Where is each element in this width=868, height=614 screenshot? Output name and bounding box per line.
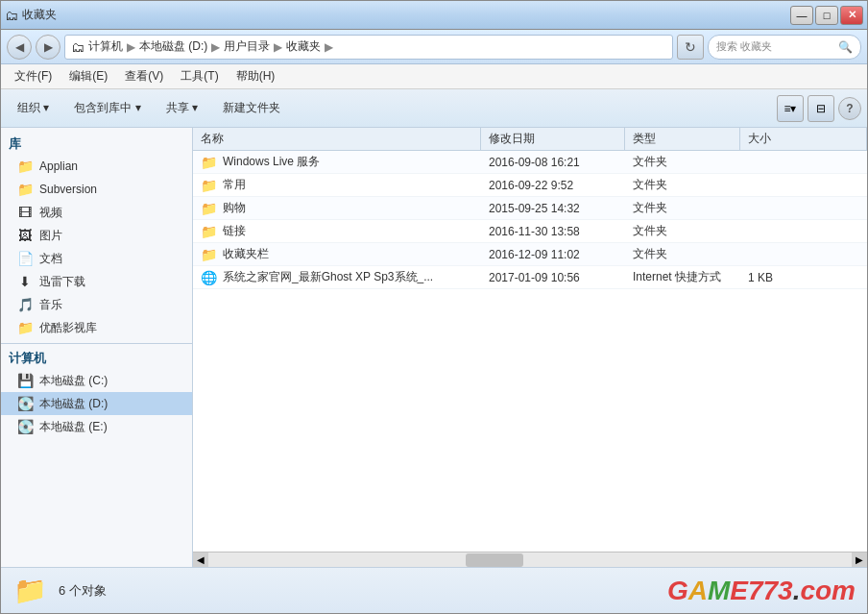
new-folder-label: 新建文件夹	[223, 100, 280, 116]
doc-icon: 📄	[16, 250, 34, 267]
watermark-a: A	[688, 576, 708, 605]
sidebar-item-applian[interactable]: 📁 Applian	[1, 155, 192, 178]
sidebar-label-subversion: Subversion	[39, 183, 97, 196]
maximize-button[interactable]: □	[815, 6, 838, 25]
file-type-cell: 文件夹	[625, 246, 740, 262]
search-icon[interactable]: 🔍	[838, 40, 853, 54]
sidebar-section-computer: 计算机 💾 本地磁盘 (C:) 💽 本地磁盘 (D:) 💽 本地磁盘 (E:)	[1, 346, 192, 438]
file-row[interactable]: 📁 常用 2016-09-22 9:52 文件夹	[193, 174, 867, 197]
sidebar-item-video[interactable]: 🎞 视频	[1, 201, 192, 224]
h-scroll-left-button[interactable]: ◀	[193, 553, 208, 568]
menu-edit[interactable]: 编辑(E)	[61, 66, 115, 86]
sidebar-divider	[1, 343, 192, 344]
address-path[interactable]: 🗂 计算机 ▶ 本地磁盘 (D:) ▶ 用户目录 ▶ 收藏夹 ▶	[64, 35, 673, 60]
watermark-num: 773	[748, 576, 793, 605]
folder-icon: 📁	[16, 158, 34, 175]
path-part-3[interactable]: 用户目录	[224, 38, 270, 55]
view-options-button[interactable]: ≡▾	[777, 95, 804, 122]
sidebar-label-drive-d: 本地磁盘 (D:)	[39, 396, 108, 412]
path-part-4[interactable]: 收藏夹	[286, 38, 321, 55]
menu-help[interactable]: 帮助(H)	[229, 66, 283, 86]
share-button[interactable]: 共享 ▾	[156, 93, 208, 124]
sidebar-label-music: 音乐	[39, 297, 62, 313]
window-icon: 🗂	[5, 8, 18, 23]
share-label: 共享 ▾	[166, 100, 198, 116]
sidebar-label-video: 视频	[39, 205, 62, 221]
music-icon: 🎵	[16, 296, 34, 313]
close-button[interactable]: ✕	[840, 6, 863, 25]
sidebar-section-computer-title: 计算机	[1, 346, 192, 369]
path-part-2[interactable]: 本地磁盘 (D:)	[139, 38, 207, 55]
file-row[interactable]: 📁 收藏夹栏 2016-12-09 11:02 文件夹	[193, 243, 867, 266]
folder-icon: 📁	[201, 155, 217, 170]
title-bar: 🗂 收藏夹 — □ ✕	[1, 1, 867, 30]
sidebar-label-drive-e: 本地磁盘 (E:)	[39, 419, 108, 435]
help-button[interactable]: ?	[838, 97, 861, 120]
organize-button[interactable]: 组织 ▾	[7, 93, 60, 124]
col-header-size[interactable]: 大小	[740, 128, 867, 150]
picture-icon: 🖼	[16, 227, 34, 244]
sep-3: ▶	[274, 40, 282, 54]
back-button[interactable]: ◀	[7, 35, 32, 60]
sidebar-item-youku[interactable]: 📁 优酷影视库	[1, 316, 192, 339]
include-label: 包含到库中 ▾	[74, 100, 140, 116]
file-row[interactable]: 📁 链接 2016-11-30 13:58 文件夹	[193, 220, 867, 243]
file-name: 购物	[223, 200, 246, 216]
file-name-cell: 📁 链接	[193, 223, 481, 239]
sidebar-item-drive-c[interactable]: 💾 本地磁盘 (C:)	[1, 369, 192, 392]
watermark-m: M	[708, 576, 730, 605]
file-name: 常用	[223, 177, 246, 193]
preview-pane-button[interactable]: ⊟	[808, 95, 834, 122]
toolbar: 组织 ▾ 包含到库中 ▾ 共享 ▾ 新建文件夹 ≡▾ ⊟ ?	[1, 89, 867, 128]
internet-shortcut-icon: 🌐	[201, 270, 217, 285]
file-type-cell: 文件夹	[625, 177, 740, 193]
drive-e-icon: 💽	[16, 418, 34, 435]
col-header-date[interactable]: 修改日期	[481, 128, 625, 150]
sidebar-item-drive-d[interactable]: 💽 本地磁盘 (D:)	[1, 392, 192, 415]
sidebar-item-music[interactable]: 🎵 音乐	[1, 293, 192, 316]
col-header-name[interactable]: 名称	[193, 128, 481, 150]
address-bar: ◀ ▶ 🗂 计算机 ▶ 本地磁盘 (D:) ▶ 用户目录 ▶ 收藏夹 ▶ ↻ 搜…	[1, 30, 867, 64]
main-content: 库 📁 Applian 📁 Subversion 🎞 视频 🖼 图片	[1, 128, 867, 567]
search-placeholder: 搜索 收藏夹	[716, 39, 772, 54]
sidebar-item-drive-e[interactable]: 💽 本地磁盘 (E:)	[1, 415, 192, 438]
col-header-type[interactable]: 类型	[625, 128, 740, 150]
watermark-com: com	[800, 576, 856, 605]
search-box[interactable]: 搜索 收藏夹 🔍	[708, 35, 861, 60]
minimize-button[interactable]: —	[790, 6, 813, 25]
file-date-cell: 2016-09-08 16:21	[481, 156, 625, 169]
file-row[interactable]: 📁 购物 2015-09-25 14:32 文件夹	[193, 197, 867, 220]
horizontal-scrollbar[interactable]: ◀ ▶	[193, 552, 867, 567]
new-folder-button[interactable]: 新建文件夹	[212, 93, 291, 124]
menu-file[interactable]: 文件(F)	[7, 66, 60, 86]
file-type-cell: 文件夹	[625, 200, 740, 216]
file-name-cell: 📁 收藏夹栏	[193, 246, 481, 262]
sidebar: 库 📁 Applian 📁 Subversion 🎞 视频 🖼 图片	[1, 128, 193, 567]
menu-view[interactable]: 查看(V)	[117, 66, 171, 86]
menu-bar: 文件(F) 编辑(E) 查看(V) 工具(T) 帮助(H)	[1, 64, 867, 89]
file-name: 收藏夹栏	[223, 246, 269, 262]
refresh-button[interactable]: ↻	[677, 35, 704, 60]
sidebar-item-documents[interactable]: 📄 文档	[1, 247, 192, 270]
forward-button[interactable]: ▶	[36, 35, 60, 60]
file-name: Windows Live 服务	[223, 154, 320, 170]
download-icon: ⬇	[16, 273, 34, 290]
h-scroll-track[interactable]	[208, 553, 852, 568]
file-list: 📁 Windows Live 服务 2016-09-08 16:21 文件夹 📁…	[193, 151, 867, 552]
sidebar-item-xunlei[interactable]: ⬇ 迅雷下载	[1, 270, 192, 293]
title-bar-left: 🗂 收藏夹	[5, 7, 57, 23]
sidebar-item-subversion[interactable]: 📁 Subversion	[1, 178, 192, 201]
h-scroll-right-button[interactable]: ▶	[852, 553, 867, 568]
file-row[interactable]: 🌐 系统之家官网_最新Ghost XP Sp3系统_... 2017-01-09…	[193, 266, 867, 289]
menu-tools[interactable]: 工具(T)	[173, 66, 226, 86]
h-scroll-thumb[interactable]	[466, 553, 523, 567]
drive-d-icon: 💽	[16, 395, 34, 412]
include-library-button[interactable]: 包含到库中 ▾	[63, 93, 151, 124]
sidebar-label-drive-c: 本地磁盘 (C:)	[39, 373, 108, 389]
sidebar-label-documents: 文档	[39, 251, 62, 267]
sidebar-item-pictures[interactable]: 🖼 图片	[1, 224, 192, 247]
file-row[interactable]: 📁 Windows Live 服务 2016-09-08 16:21 文件夹	[193, 151, 867, 174]
title-bar-controls: — □ ✕	[790, 6, 863, 25]
path-part-1[interactable]: 计算机	[88, 38, 123, 55]
organize-label: 组织 ▾	[17, 100, 49, 116]
